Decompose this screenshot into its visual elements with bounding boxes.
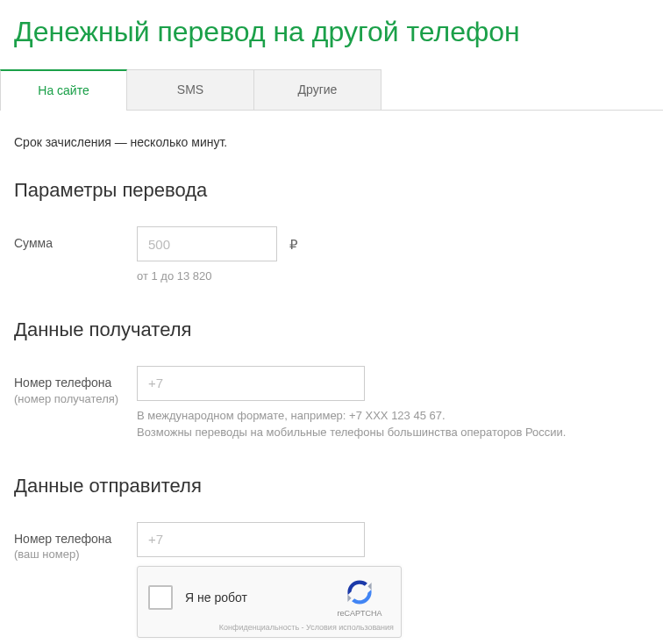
svg-marker-1 bbox=[347, 594, 351, 602]
sender-phone-label: Номер телефона bbox=[14, 531, 137, 547]
recaptcha-brand: reCAPTCHA bbox=[337, 609, 381, 618]
svg-marker-0 bbox=[367, 582, 371, 590]
section-params-heading: Параметры перевода bbox=[14, 179, 649, 202]
recipient-phone-label: Номер телефона bbox=[14, 375, 137, 391]
tabs: На сайте SMS Другие bbox=[0, 69, 663, 111]
recaptcha-widget: Я не робот reCAPTCHA Конфиденциальность … bbox=[137, 566, 402, 638]
amount-label: Сумма bbox=[14, 226, 137, 252]
recaptcha-privacy-link[interactable]: Конфиденциальность bbox=[219, 623, 299, 632]
recaptcha-icon bbox=[345, 577, 374, 607]
tab-sms[interactable]: SMS bbox=[127, 69, 254, 110]
tab-other[interactable]: Другие bbox=[254, 69, 381, 110]
recaptcha-label: Я не робот bbox=[185, 590, 329, 605]
sender-phone-input[interactable] bbox=[137, 522, 365, 557]
amount-input[interactable] bbox=[137, 226, 277, 261]
recaptcha-checkbox[interactable] bbox=[148, 585, 173, 610]
recipient-phone-sublabel: (номер получателя) bbox=[14, 391, 137, 407]
processing-time-info: Срок зачисления — несколько минут. bbox=[14, 135, 649, 149]
sender-phone-sublabel: (ваш номер) bbox=[14, 547, 137, 562]
recaptcha-logo: reCAPTCHA bbox=[329, 577, 390, 618]
recipient-phone-hint: В международном формате, например: +7 XX… bbox=[137, 408, 649, 441]
section-recipient-heading: Данные получателя bbox=[14, 318, 649, 341]
page-title: Денежный перевод на другой телефон bbox=[0, 0, 663, 69]
tab-on-site[interactable]: На сайте bbox=[0, 69, 127, 111]
recaptcha-terms-link[interactable]: Условия использования bbox=[306, 623, 394, 632]
recipient-phone-row: Номер телефона (номер получателя) В межд… bbox=[14, 366, 649, 441]
amount-row: Сумма ₽ от 1 до 13 820 bbox=[14, 226, 649, 285]
currency-symbol: ₽ bbox=[289, 237, 298, 253]
recipient-phone-input[interactable] bbox=[137, 366, 365, 401]
sender-phone-row: Номер телефона (ваш номер) Я не робот bbox=[14, 522, 649, 638]
section-sender-heading: Данные отправителя bbox=[14, 475, 649, 497]
amount-hint: от 1 до 13 820 bbox=[137, 268, 649, 285]
recaptcha-footer: Конфиденциальность - Условия использован… bbox=[138, 623, 401, 637]
